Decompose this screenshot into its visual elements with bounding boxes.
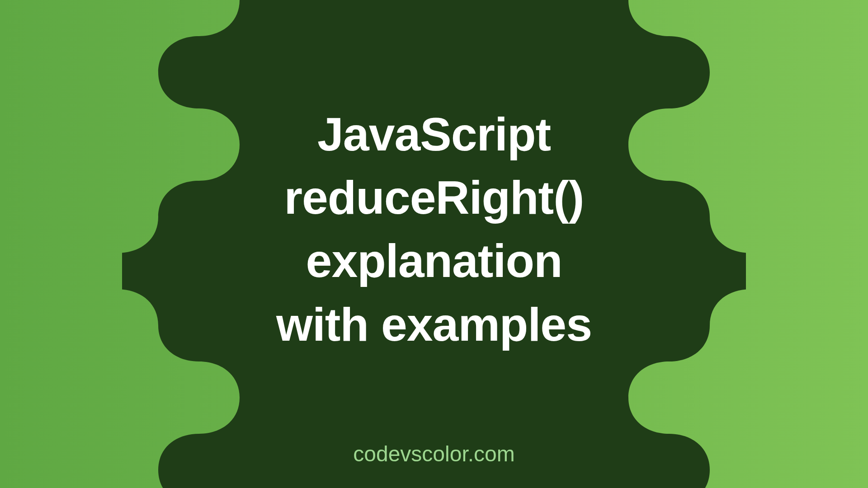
title-block: JavaScript reduceRight() explanation wit…: [0, 103, 868, 357]
hero-title: JavaScript reduceRight() explanation wit…: [0, 103, 868, 357]
title-line-3: explanation: [0, 230, 868, 293]
title-line-2: reduceRight(): [0, 166, 868, 229]
title-line-4: with examples: [0, 293, 868, 356]
site-name-label: codevscolor.com: [353, 441, 515, 466]
title-line-1: JavaScript: [0, 103, 868, 166]
hero-banner: JavaScript reduceRight() explanation wit…: [0, 0, 868, 488]
